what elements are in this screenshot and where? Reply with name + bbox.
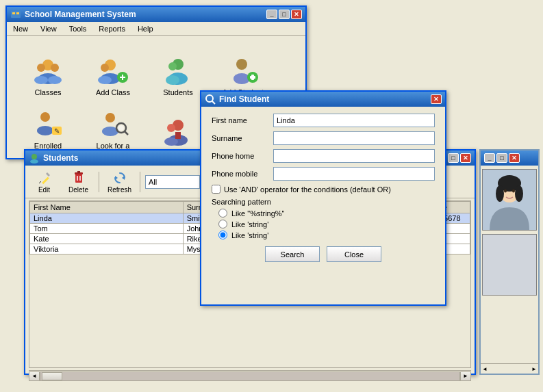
first-name-row: First name bbox=[212, 114, 435, 127]
find-dialog-close-x[interactable]: ✕ bbox=[431, 94, 442, 104]
svg-line-33 bbox=[125, 131, 128, 135]
enrolled-icon: ✎ bbox=[31, 107, 64, 140]
find-dialog-icon bbox=[205, 94, 216, 105]
photo-scroll-right[interactable]: ► bbox=[531, 366, 537, 372]
students-label: Students bbox=[163, 88, 192, 96]
svg-rect-16 bbox=[120, 77, 125, 78]
refresh-label: Refresh bbox=[108, 186, 131, 194]
close-button[interactable]: ✕ bbox=[291, 10, 302, 19]
svg-point-40 bbox=[31, 154, 37, 159]
first-name-label: First name bbox=[212, 116, 273, 125]
refresh-button[interactable]: Refresh bbox=[104, 168, 135, 196]
photo-minimize-btn[interactable]: _ bbox=[484, 153, 495, 163]
svg-point-4 bbox=[37, 64, 45, 72]
scroll-left-btn[interactable]: ◄ bbox=[29, 371, 40, 381]
scrollbar-track[interactable] bbox=[40, 371, 460, 381]
and-operator-label: Use 'AND' operator for the conditions (d… bbox=[224, 185, 391, 194]
cell-firstname: Linda bbox=[30, 213, 184, 224]
svg-rect-25 bbox=[250, 76, 255, 79]
searching-pattern-label: Searching pattern bbox=[212, 198, 435, 206]
cell-firstname: Tom bbox=[30, 224, 184, 234]
radio-row-3: Like 'string' bbox=[218, 231, 435, 239]
radio-label-2: Like 'string' bbox=[231, 220, 268, 228]
toolbar-sep2 bbox=[140, 172, 140, 192]
find-dialog-controls: ✕ bbox=[431, 94, 442, 104]
svg-point-57 bbox=[504, 190, 507, 193]
photo-controls: _ □ ✕ bbox=[484, 153, 520, 163]
col-firstname[interactable]: First Name bbox=[30, 202, 184, 213]
teachers-icon bbox=[162, 116, 194, 148]
photo-placeholder bbox=[482, 234, 537, 296]
edit-icon bbox=[36, 170, 53, 186]
students-window-icon bbox=[29, 153, 40, 164]
scrollbar-thumb[interactable] bbox=[42, 372, 62, 380]
add-class-label: Add Class bbox=[96, 88, 130, 96]
edit-label: Edit bbox=[38, 186, 50, 194]
phone-home-input[interactable] bbox=[273, 149, 435, 163]
icon-classes[interactable]: Classes bbox=[17, 42, 79, 101]
main-window-controls: _ □ ✕ bbox=[266, 10, 302, 19]
search-button[interactable]: Search bbox=[265, 246, 320, 262]
close-button[interactable]: Close bbox=[327, 246, 381, 262]
photo-maximize-btn[interactable]: □ bbox=[496, 153, 507, 163]
phone-mobile-label: Phone mobile bbox=[212, 170, 273, 178]
svg-point-12 bbox=[98, 76, 112, 84]
students-close-btn[interactable]: ✕ bbox=[460, 153, 471, 163]
phone-mobile-input[interactable] bbox=[273, 167, 435, 181]
svg-line-60 bbox=[212, 101, 215, 104]
svg-text:✎: ✎ bbox=[54, 127, 60, 135]
menu-reports[interactable]: Reports bbox=[96, 24, 128, 34]
students-window-title: Students bbox=[43, 153, 78, 163]
photo-scroll-left[interactable]: ◄ bbox=[482, 366, 488, 372]
icon-add-class[interactable]: Add Class bbox=[82, 42, 144, 101]
svg-point-41 bbox=[30, 159, 38, 164]
filter-input[interactable] bbox=[145, 175, 200, 189]
photo-panel: _ □ ✕ ◄ ► bbox=[479, 149, 540, 375]
photo-scrollbar: ◄ ► bbox=[481, 363, 538, 374]
radio-like-exact[interactable] bbox=[218, 231, 227, 239]
surname-input[interactable] bbox=[273, 131, 435, 145]
phone-mobile-row: Phone mobile bbox=[212, 167, 435, 181]
add-class-icon bbox=[97, 54, 129, 87]
surname-label: Surname bbox=[212, 134, 273, 142]
svg-point-55 bbox=[496, 185, 504, 202]
cell-firstname: Viktoria bbox=[30, 244, 184, 254]
svg-point-10 bbox=[101, 64, 109, 72]
menubar: New View Tools Reports Help bbox=[7, 22, 305, 36]
surname-row: Surname bbox=[212, 131, 435, 145]
svg-point-30 bbox=[105, 113, 115, 122]
menu-view[interactable]: View bbox=[38, 24, 60, 34]
svg-point-59 bbox=[206, 95, 213, 102]
delete-button[interactable]: Delete bbox=[63, 168, 94, 196]
radio-like-suffix[interactable] bbox=[218, 220, 227, 228]
svg-point-56 bbox=[515, 185, 523, 202]
and-operator-checkbox[interactable] bbox=[212, 185, 220, 194]
first-name-input[interactable] bbox=[273, 114, 435, 127]
svg-point-21 bbox=[236, 59, 247, 70]
find-dialog-title: Find Student bbox=[219, 94, 269, 104]
edit-button[interactable]: Edit bbox=[29, 168, 60, 196]
svg-point-58 bbox=[512, 190, 515, 193]
photo-close-btn[interactable]: ✕ bbox=[509, 153, 520, 163]
radio-like-percent[interactable] bbox=[218, 209, 227, 218]
svg-point-8 bbox=[48, 76, 62, 84]
svg-point-5 bbox=[51, 64, 59, 72]
phone-home-row: Phone home bbox=[212, 149, 435, 163]
scroll-right-btn[interactable]: ► bbox=[460, 371, 471, 381]
menu-tools[interactable]: Tools bbox=[66, 24, 90, 34]
radio-label-1: Like "%string%" bbox=[231, 209, 285, 218]
delete-label: Delete bbox=[68, 186, 88, 194]
menu-help[interactable]: Help bbox=[135, 24, 156, 34]
svg-point-7 bbox=[34, 76, 48, 84]
classes-label: Classes bbox=[34, 88, 61, 96]
svg-rect-42 bbox=[42, 177, 49, 185]
find-student-dialog: Find Student ✕ First name Surname Phone … bbox=[200, 90, 446, 306]
svg-point-27 bbox=[37, 126, 53, 135]
svg-rect-47 bbox=[77, 171, 80, 173]
students-maximize-btn[interactable]: □ bbox=[448, 153, 459, 163]
maximize-button[interactable]: □ bbox=[279, 10, 290, 19]
find-dialog-titlebar: Find Student ✕ bbox=[201, 92, 445, 107]
minimize-button[interactable]: _ bbox=[266, 10, 277, 19]
svg-rect-45 bbox=[75, 174, 82, 183]
menu-new[interactable]: New bbox=[10, 24, 31, 34]
